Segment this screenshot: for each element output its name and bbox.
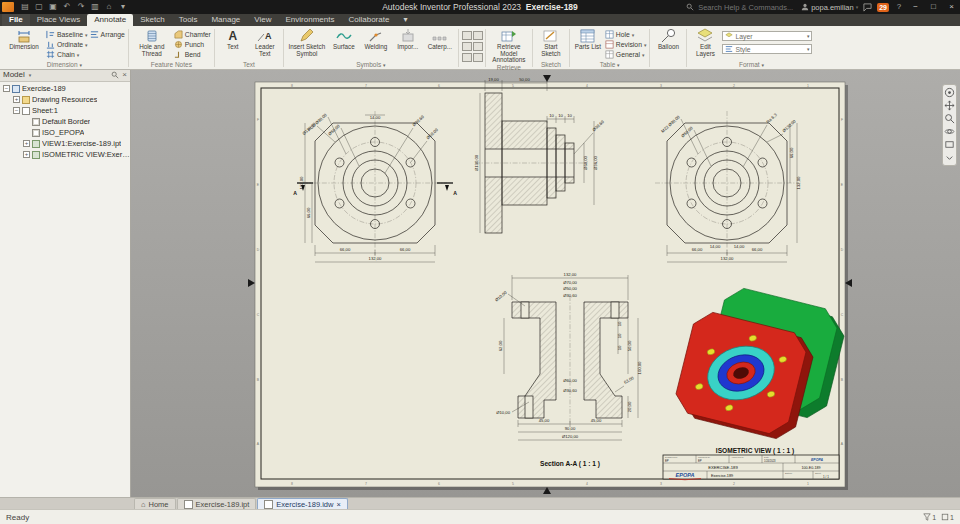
help-search[interactable] bbox=[686, 2, 796, 13]
dim-label[interactable]: 132,00 bbox=[564, 272, 577, 277]
chat-icon[interactable] bbox=[863, 3, 872, 12]
caterpillar-button[interactable]: Caterp... bbox=[425, 28, 455, 51]
general-table-button[interactable]: General▾ bbox=[605, 50, 647, 59]
dim-label[interactable]: 10 bbox=[549, 113, 554, 118]
dim-label[interactable]: 10 bbox=[617, 321, 622, 326]
pan-icon[interactable] bbox=[944, 100, 955, 111]
dim-label[interactable]: 132,00 bbox=[721, 256, 734, 261]
tab-place-views[interactable]: Place Views bbox=[30, 14, 87, 26]
tree-item-default-border[interactable]: Default Border bbox=[0, 116, 130, 127]
navbar-more-icon[interactable] bbox=[944, 152, 955, 163]
tab-view[interactable]: View bbox=[247, 14, 278, 26]
tree-item-root[interactable]: −Exercise-189 bbox=[0, 83, 130, 94]
balloon-button[interactable]: Balloon bbox=[653, 28, 683, 51]
tab-sketch[interactable]: Sketch bbox=[133, 14, 171, 26]
expander-icon[interactable]: + bbox=[23, 140, 30, 147]
tree-item-iso-epopa[interactable]: ISO_EPOPA bbox=[0, 127, 130, 138]
browser-caret-icon[interactable]: ▾ bbox=[29, 72, 32, 78]
graphics-canvas[interactable]: 87654321 87654321 FEDCBA FEDCBA A A 14,0… bbox=[130, 68, 960, 498]
close-button[interactable]: × bbox=[945, 0, 958, 14]
group-label-format[interactable]: Format ▾ bbox=[688, 61, 814, 69]
dim-label[interactable]: Ø60,00 bbox=[583, 155, 588, 169]
dim-label[interactable]: 10 bbox=[617, 333, 622, 338]
leader-label[interactable]: Ø10,00 bbox=[496, 410, 510, 415]
sheet-tool-icon[interactable] bbox=[462, 31, 472, 40]
dim-label[interactable]: Ø30,60 bbox=[563, 388, 577, 393]
dim-label[interactable]: 66,00 bbox=[340, 247, 351, 252]
tab-close-icon[interactable]: × bbox=[336, 500, 340, 509]
dim-label[interactable]: 14,00 bbox=[734, 244, 745, 249]
layer-dropdown[interactable]: Layer▾ bbox=[722, 31, 812, 41]
parts-list-button[interactable]: Parts List bbox=[573, 28, 603, 51]
open-icon[interactable]: ▢ bbox=[34, 2, 44, 12]
text-button[interactable]: A Text bbox=[218, 28, 248, 51]
group-label-dimension[interactable]: Dimension ▾ bbox=[2, 61, 127, 69]
dim-label[interactable]: 10 bbox=[567, 113, 572, 118]
dim-label[interactable]: Ø60,00 bbox=[563, 378, 577, 383]
print-icon[interactable]: ▥ bbox=[90, 2, 100, 12]
dim-label[interactable]: 90,00 bbox=[565, 426, 576, 431]
sheet-tool-icon[interactable] bbox=[473, 31, 483, 40]
inventor-logo-icon[interactable] bbox=[2, 2, 14, 12]
tree-item-sheet1[interactable]: −Sheet:1 bbox=[0, 105, 130, 116]
dim-label[interactable]: 100,00 bbox=[637, 361, 642, 374]
hole-table-button[interactable]: Hole▾ bbox=[605, 30, 647, 39]
group-label-table[interactable]: Table ▾ bbox=[571, 61, 649, 69]
zoom-icon[interactable] bbox=[944, 113, 955, 124]
dim-label[interactable]: 14,00 bbox=[370, 115, 381, 120]
dim-label[interactable]: Ø70,00 bbox=[563, 280, 577, 285]
dim-label[interactable]: 66,00 bbox=[692, 247, 703, 252]
insert-sketch-symbol-button[interactable]: Insert Sketch Symbol bbox=[287, 28, 327, 57]
dim-label[interactable]: Ø50,00 bbox=[563, 286, 577, 291]
expander-icon[interactable]: + bbox=[23, 151, 30, 158]
help-icon[interactable]: ? bbox=[894, 2, 904, 12]
ordinate-button[interactable]: Ordinate▾ bbox=[46, 40, 88, 49]
minimize-button[interactable]: − bbox=[909, 0, 922, 14]
start-sketch-button[interactable]: Start Sketch bbox=[536, 28, 566, 57]
sheet-tool-icon[interactable] bbox=[473, 42, 483, 51]
dim-label[interactable]: Ø96,00 bbox=[593, 155, 598, 169]
group-label-symbols[interactable]: Symbols ▾ bbox=[285, 61, 457, 69]
home-icon[interactable]: ⌂ bbox=[104, 2, 114, 12]
tab-tools[interactable]: Tools bbox=[172, 14, 205, 26]
dim-label[interactable]: 66,00 bbox=[789, 147, 794, 158]
new-file-icon[interactable]: ▤ bbox=[20, 2, 30, 12]
tree-item-view1[interactable]: +VIEW1:Exercise-189.ipt bbox=[0, 138, 130, 149]
status-sheets[interactable]: 1 bbox=[941, 513, 954, 521]
expander-icon[interactable]: + bbox=[13, 96, 20, 103]
dim-label[interactable]: 66,00 bbox=[306, 207, 311, 218]
dimension-button[interactable]: Dimension bbox=[4, 28, 44, 51]
maximize-button[interactable]: □ bbox=[927, 0, 940, 14]
undo-icon[interactable]: ↶ bbox=[62, 2, 72, 12]
group-label-retrieve[interactable]: Retrieve bbox=[487, 64, 531, 72]
qat-overflow-icon[interactable]: ▾ bbox=[118, 2, 128, 12]
notification-badge[interactable]: 29 bbox=[877, 3, 889, 12]
sheet-tool-icon[interactable] bbox=[462, 42, 472, 51]
style-dropdown[interactable]: Style▾ bbox=[722, 44, 812, 54]
expander-icon[interactable]: − bbox=[13, 107, 20, 114]
tree-item-isometric-view[interactable]: +ISOMETRIC VIEW:Exercise-189.ipt bbox=[0, 149, 130, 160]
dim-label[interactable]: 66,00 bbox=[752, 247, 763, 252]
search-input[interactable] bbox=[696, 2, 796, 13]
tree-item-drawing-resources[interactable]: +Drawing Resources bbox=[0, 94, 130, 105]
expander-icon[interactable]: − bbox=[3, 85, 10, 92]
tab-overflow-icon[interactable]: ▾ bbox=[396, 14, 414, 26]
dim-label[interactable]: 132,00 bbox=[369, 256, 382, 261]
punch-button[interactable]: Punch bbox=[174, 40, 211, 49]
tab-annotate[interactable]: Annotate bbox=[87, 14, 133, 26]
redo-icon[interactable]: ↷ bbox=[76, 2, 86, 12]
dim-label[interactable]: 45,00 bbox=[539, 418, 550, 423]
tab-environments[interactable]: Environments bbox=[279, 14, 342, 26]
sheet-tool-icon[interactable] bbox=[473, 53, 483, 62]
hole-and-thread-button[interactable]: Hole and Thread bbox=[132, 28, 172, 57]
browser-search-icon[interactable] bbox=[111, 71, 119, 79]
retrieve-model-annotations-button[interactable]: Retrieve Model Annotations bbox=[489, 28, 529, 64]
tab-collaborate[interactable]: Collaborate bbox=[341, 14, 396, 26]
dim-label[interactable]: 45,00 bbox=[591, 418, 602, 423]
chain-button[interactable]: Chain▾ bbox=[46, 50, 88, 59]
dim-label[interactable]: 20,00 bbox=[627, 401, 632, 412]
dim-label[interactable]: 50,00 bbox=[519, 77, 530, 82]
welding-button[interactable]: Welding bbox=[361, 28, 391, 51]
group-label-sketch[interactable]: Sketch bbox=[534, 61, 568, 69]
sheet-tool-icon[interactable] bbox=[462, 53, 472, 62]
